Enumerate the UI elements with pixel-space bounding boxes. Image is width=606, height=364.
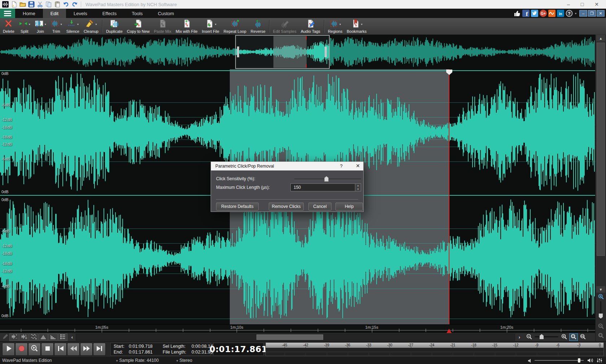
zoom-selection-button[interactable] [569,333,578,341]
dialog-help-icon[interactable]: ? [338,163,344,169]
volume-slider-thumb[interactable] [578,358,580,363]
googleplus-icon[interactable]: G+ [540,10,547,17]
spinner-down-button[interactable]: ▼ [355,187,361,191]
viewport-left-handle[interactable] [237,46,238,57]
horizontal-scrollbar-thumb[interactable] [256,334,323,340]
chevron-down-icon[interactable]: ▾ [77,23,79,26]
record-button[interactable] [15,343,28,356]
insert-file-button[interactable]: ▾Insert File [200,18,221,35]
vertical-zoom-slider[interactable] [600,301,601,320]
tab-home[interactable]: Home [15,9,43,18]
delete-button[interactable]: Delete [1,18,17,35]
click-sensitivity-slider[interactable] [294,179,361,180]
copy-icon[interactable] [45,1,52,8]
env-down-tool-button[interactable] [48,333,58,341]
close-window-button[interactable]: ✕ [594,2,599,7]
audio-tags-button[interactable]: Audio Tags [299,18,322,35]
silence-button[interactable]: ▾Silence [64,18,82,35]
chevron-down-icon[interactable]: ▾ [45,23,46,26]
scroll-left-button[interactable]: ‹ [69,333,76,341]
join-button[interactable]: ▾Join [32,18,48,35]
facebook-icon[interactable]: f [522,10,530,17]
max-click-length-input[interactable]: 150 ▲ ▼ [290,183,361,191]
stop-button[interactable] [41,343,54,356]
tab-levels[interactable]: Levels [66,9,95,18]
bookmarks-button[interactable]: ▾Bookmarks [344,18,369,35]
undo-icon[interactable] [63,1,69,8]
new-file-icon[interactable] [11,1,17,8]
overview-waveform[interactable] [0,35,595,69]
options-tool-button[interactable] [58,333,67,341]
vertical-zoom-in-button[interactable] [597,293,605,301]
wave-lr-tool-button[interactable]: LR [19,333,28,341]
help-icon[interactable]: ? [566,10,573,17]
restore-defaults-button[interactable]: Restore Defaults [216,203,259,210]
linkedin-icon[interactable]: in [557,10,564,17]
play-button[interactable] [2,343,15,356]
open-folder-icon[interactable] [19,1,26,8]
duplicate-button[interactable]: Duplicate [104,18,125,35]
chevron-down-icon[interactable]: ▾ [61,23,62,26]
overview-viewport[interactable] [235,35,330,69]
playhead-cursor[interactable] [449,69,449,324]
split-button[interactable]: ▾Split [17,18,32,35]
playhead-timeline-marker[interactable] [447,329,452,333]
chevron-down-icon[interactable]: ▾ [575,12,576,15]
redo-icon[interactable] [71,1,78,8]
fast-forward-button[interactable] [80,343,93,356]
copy-to-new-button[interactable]: Copy to New [125,18,152,35]
speaker-icon[interactable] [587,358,594,363]
skip-start-button[interactable] [54,343,67,356]
sample-rate-selector[interactable]: ▾Sample Rate: 44100 [116,358,159,363]
wave-gain-tool-button[interactable]: +− [9,333,19,341]
cleanup-button[interactable]: ▾Cleanup [82,18,101,35]
timeline-ruler[interactable]: 1m:05s1m:10s1m:15s1m:20s [0,324,595,333]
dialog-close-icon[interactable]: ✕ [355,163,361,169]
tab-effects[interactable]: Effects [95,9,124,18]
preview-button[interactable] [28,343,41,356]
zoom-out-button[interactable] [525,333,533,341]
wave-dual-tool-button[interactable]: LR [29,333,38,341]
tab-tools[interactable]: Tools [124,9,150,18]
env-up-tool-button[interactable] [39,333,48,341]
vertical-zoom-out-button[interactable] [597,322,605,330]
cancel-button[interactable]: Cancel [308,203,331,210]
chevron-down-icon[interactable]: ▾ [29,23,30,26]
tab-edit[interactable]: Edit [43,9,66,18]
vertical-scrollbar-thumb[interactable] [597,43,605,256]
chevron-down-icon[interactable]: ▾ [215,23,216,26]
viewport-right-handle[interactable] [325,46,326,57]
cut-icon[interactable] [37,1,43,8]
click-sensitivity-slider-thumb[interactable] [324,176,329,182]
trim-button[interactable]: ▾Trim [48,18,64,35]
vertical-zoom-slider-thumb[interactable] [599,314,603,319]
twitter-icon[interactable] [531,10,538,17]
spinner-up-button[interactable]: ▲ [355,184,361,187]
mixer-icon[interactable] [597,358,602,363]
zoom-full-button[interactable] [579,333,587,341]
minimize-window-button[interactable]: – [567,2,570,7]
like-icon[interactable] [514,10,521,17]
nch-icon[interactable] [548,10,556,17]
mix-with-file-button[interactable]: Mix with File [174,18,200,35]
reverse-button[interactable]: Reverse [249,18,268,35]
app-close-button[interactable]: ✕ [597,10,605,17]
regions-button[interactable]: ▾Regions [326,18,344,35]
rewind-button[interactable] [67,343,80,356]
help-button[interactable]: Help [335,203,363,210]
maximize-window-button[interactable]: □ [581,2,584,7]
channel-mode-selector[interactable]: ▾Stereo [176,358,192,363]
scroll-down-button[interactable]: ▼ [596,286,605,293]
volume-slider[interactable] [535,360,584,361]
tab-custom[interactable]: Custom [150,9,182,18]
scroll-up-button[interactable]: ▲ [596,35,605,41]
zoom-slider[interactable] [535,336,558,337]
zoom-in-button[interactable] [560,333,568,341]
zoom-slider-thumb[interactable] [540,334,544,339]
app-restore-button[interactable]: ❐ [588,10,596,17]
vertical-zoom-fit-button[interactable] [597,332,605,339]
paste-icon[interactable] [54,1,61,8]
remove-clicks-button[interactable]: Remove Clicks [269,203,304,210]
save-icon[interactable] [28,1,35,8]
chevron-down-icon[interactable]: ▾ [95,23,97,26]
